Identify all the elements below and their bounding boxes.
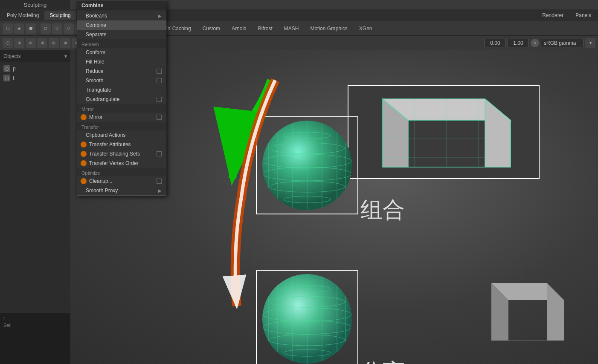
smooth-proxy-arrow: ▶ [158, 188, 162, 193]
viewport-color-btn[interactable]: ○ [531, 39, 539, 47]
booleans-arrow: ▶ [158, 14, 162, 18]
remesh-section-label: Remesh [77, 39, 166, 48]
dropdown-item-transfer-attr[interactable]: Transfer Attributes [77, 140, 166, 149]
tab-custom[interactable]: Custom [197, 24, 225, 33]
tab-xgen[interactable]: XGen [354, 24, 377, 33]
tab-sculpting[interactable]: Sculpting [44, 11, 75, 20]
mirror-icon [81, 114, 87, 120]
quadrangulate-checkbox[interactable] [157, 97, 162, 102]
tab-renderer[interactable]: Renderer [537, 11, 569, 20]
toolbar2-btn-5[interactable]: ⊕ [49, 38, 59, 48]
left-panel-content: ◯ p ◯ t [0, 62, 70, 84]
svg-marker-2 [485, 99, 511, 167]
combine-label: 组合 [360, 195, 405, 225]
combined-cube-container [348, 85, 540, 179]
toolbar-btn-2[interactable]: ◈ [14, 23, 24, 34]
toolbar-sep-1 [38, 24, 38, 33]
svg-marker-42 [547, 283, 564, 341]
optimize-section-label: Optimize [77, 168, 166, 176]
panel-item-p[interactable]: ◯ p [0, 64, 70, 73]
panel-item-t[interactable]: ◯ t [0, 73, 70, 83]
bottom-list-item-t[interactable]: t [2, 315, 69, 322]
viewport-num1[interactable]: 0.00 [485, 39, 506, 47]
panel-item-p-icon: ◯ [3, 65, 10, 72]
dropdown-item-booleans[interactable]: Booleans ▶ [77, 11, 166, 20]
dropdown-item-smooth[interactable]: Smooth [77, 76, 166, 85]
dropdown-item-conform[interactable]: Conform [77, 48, 166, 57]
dropdown-item-mirror[interactable]: Mirror [77, 113, 166, 122]
toolbar2-btn-2[interactable]: ⊕ [14, 38, 24, 48]
toolbar-btn-1[interactable]: ⬡ [3, 23, 13, 34]
separate-cube-container [479, 257, 572, 351]
transfer-attr-icon [81, 142, 87, 147]
dropdown-item-triangulate[interactable]: Triangulate [77, 85, 166, 95]
toolbar-btn-5[interactable]: ◇ [52, 23, 62, 34]
left-panel-header: Objects ▾ [0, 50, 70, 62]
toolbar2-btn-6[interactable]: ⊕ [60, 38, 70, 48]
reduce-checkbox[interactable] [157, 69, 162, 74]
toolbar2-btn-3[interactable]: ⊕ [26, 38, 36, 48]
mirror-section-label: Mirror [77, 104, 166, 113]
transfer-shading-icon [81, 151, 87, 157]
dropdown-item-quadrangulate[interactable]: Quadrangulate [77, 95, 166, 104]
cleanup-icon [81, 178, 87, 184]
toolbar2-btn-1[interactable]: ⬡ [3, 38, 13, 48]
gamma-select[interactable]: sRGB gamma [541, 39, 583, 47]
dropdown-item-reduce[interactable]: Reduce [77, 66, 166, 76]
left-panel-toggle[interactable]: ▾ [64, 53, 67, 59]
cleanup-checkbox[interactable] [157, 179, 162, 184]
gamma-dropdown[interactable]: ▾ [585, 38, 595, 48]
toolbar-btn-6[interactable]: ▽ [64, 23, 74, 34]
dropdown-item-smooth-proxy[interactable]: Smooth Proxy ▶ [77, 186, 166, 195]
toolbar-btn-4[interactable]: □ [41, 23, 51, 34]
mirror-checkbox[interactable] [157, 115, 162, 120]
dropdown-item-transfer-shading[interactable]: Transfer Shading Sets [77, 149, 166, 159]
transfer-shading-checkbox[interactable] [157, 151, 162, 156]
transfer-vertex-icon [81, 160, 87, 166]
tab-arnold[interactable]: Arnold [226, 24, 252, 33]
smooth-checkbox[interactable] [157, 78, 162, 83]
transfer-section-label: Transfer [77, 122, 166, 130]
tab-motion-graphics[interactable]: Motion Graphics [305, 24, 352, 33]
red-arrow [151, 72, 365, 319]
tab-mash[interactable]: MASH [279, 24, 304, 33]
dropdown-item-cleanup[interactable]: Cleanup... [77, 176, 166, 186]
sculpting-tab-label: Sculpting [0, 0, 70, 9]
left-panel: Objects ▾ ◯ p ◯ t t Set [0, 50, 70, 364]
dropdown-item-fill-hole[interactable]: Fill Hole [77, 57, 166, 66]
dropdown-menu: Combine Booleans ▶ Combine Separate Reme… [77, 0, 166, 196]
toolbar2-btn-4[interactable]: ⊕ [37, 38, 47, 48]
tab-panels[interactable]: Panels [570, 11, 596, 20]
tab-poly-modeling[interactable]: Poly Modeling [2, 11, 44, 20]
panel-item-t-icon: ◯ [3, 75, 10, 81]
dropdown-header: Combine [77, 0, 166, 11]
tab-bifrost[interactable]: Bifrost [253, 24, 278, 33]
viewport-num2[interactable]: 1.00 [508, 39, 529, 47]
bottom-list-item-set[interactable]: Set [2, 322, 69, 329]
bottom-list: t Set [0, 313, 70, 364]
dropdown-item-clipboard[interactable]: Clipboard Actions [77, 130, 166, 140]
dropdown-item-separate[interactable]: Separate [77, 30, 166, 39]
combined-cube-svg [348, 86, 539, 178]
toolbar-btn-3[interactable]: ⬢ [26, 23, 36, 34]
dropdown-item-transfer-vertex[interactable]: Transfer Vertex Order [77, 159, 166, 168]
dropdown-item-combine[interactable]: Combine [77, 20, 166, 30]
separate-cube-svg [479, 257, 572, 351]
separate-label: 分离 [360, 357, 405, 364]
